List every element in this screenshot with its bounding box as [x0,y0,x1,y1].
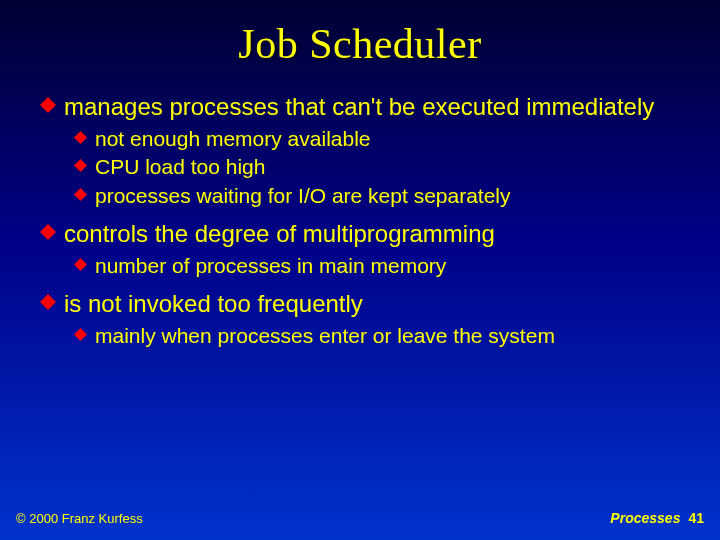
bullet-level1: is not invoked too frequently [40,289,680,319]
diamond-icon [74,258,87,271]
svg-marker-5 [74,258,87,271]
svg-marker-3 [74,188,87,201]
slide-title: Job Scheduler [40,20,680,68]
bullet-level1: controls the degree of multiprogramming [40,219,680,249]
diamond-icon [40,224,56,240]
svg-marker-6 [40,294,56,310]
bullet-text: controls the degree of multiprogramming [64,219,680,249]
svg-marker-2 [74,159,87,172]
footer-copyright: © 2000 Franz Kurfess [16,511,143,526]
page-section: Processes [610,510,680,526]
bullet-level2: mainly when processes enter or leave the… [74,323,680,349]
bullet-text: CPU load too high [95,154,680,180]
diamond-icon [40,97,56,113]
page-number: 41 [688,510,704,526]
svg-marker-1 [74,131,87,144]
diamond-icon [74,328,87,341]
slide: Job Scheduler manages processes that can… [0,0,720,540]
slide-content: manages processes that can't be executed… [40,92,680,349]
bullet-level2: number of processes in main memory [74,253,680,279]
bullet-text: not enough memory available [95,126,680,152]
bullet-text: is not invoked too frequently [64,289,680,319]
bullet-text: processes waiting for I/O are kept separ… [95,183,680,209]
bullet-level2: CPU load too high [74,154,680,180]
diamond-icon [40,294,56,310]
bullet-text: number of processes in main memory [95,253,680,279]
svg-marker-7 [74,328,87,341]
page-label: Processes41 [610,510,704,526]
diamond-icon [74,131,87,144]
bullet-level2: processes waiting for I/O are kept separ… [74,183,680,209]
diamond-icon [74,159,87,172]
bullet-text: manages processes that can't be executed… [64,92,680,122]
bullet-level2: not enough memory available [74,126,680,152]
diamond-icon [74,188,87,201]
svg-marker-4 [40,224,56,240]
bullet-level1: manages processes that can't be executed… [40,92,680,122]
bullet-text: mainly when processes enter or leave the… [95,323,680,349]
svg-marker-0 [40,97,56,113]
